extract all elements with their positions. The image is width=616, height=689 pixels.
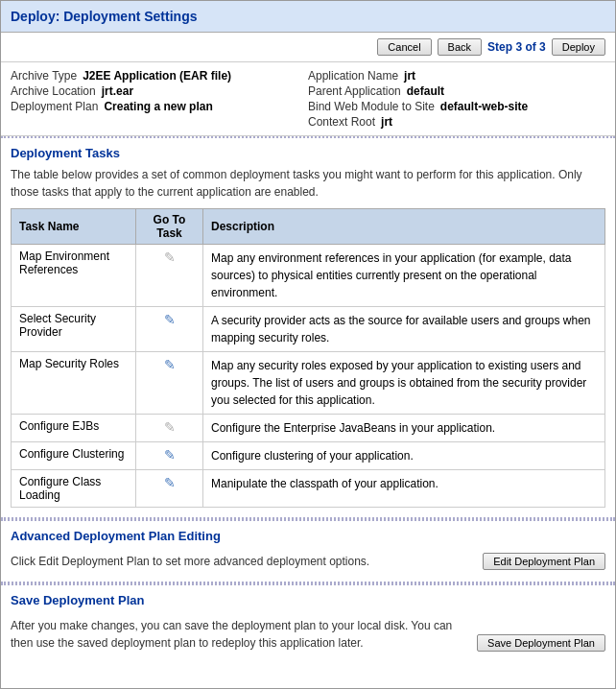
save-deployment-plan-button[interactable]: Save Deployment Plan xyxy=(477,634,605,652)
context-root-value: jrt xyxy=(381,115,392,129)
task-name-cell: Configure Class Loading xyxy=(12,470,136,508)
context-root-row: Context Root jrt xyxy=(308,114,605,130)
deployment-tasks-desc: The table below provides a set of common… xyxy=(1,164,615,208)
task-name-cell: Configure EJBs xyxy=(12,415,136,442)
pencil-icon[interactable]: ✎ xyxy=(164,475,176,490)
table-row: Configure Clustering✎Configure clusterin… xyxy=(12,442,605,470)
page-title: Deploy: Deployment Settings xyxy=(11,9,197,24)
archive-type-value: J2EE Application (EAR file) xyxy=(83,69,231,83)
parent-app-row: Parent Application default xyxy=(308,83,605,99)
app-name-row: Application Name jrt xyxy=(308,68,605,83)
advanced-title: Advanced Deployment Plan Editing xyxy=(1,519,615,547)
description-cell: Configure clustering of your application… xyxy=(203,442,605,470)
go-to-task-cell[interactable]: ✎ xyxy=(136,245,203,307)
table-row: Map Security Roles✎Map any security role… xyxy=(12,352,605,415)
advanced-inner: Click Edit Deployment Plan to set more a… xyxy=(1,547,615,576)
archive-type-row: Archive Type J2EE Application (EAR file) xyxy=(11,68,308,83)
archive-location-label: Archive Location xyxy=(11,84,96,98)
archive-location-row: Archive Location jrt.ear xyxy=(11,83,308,99)
archive-location-value: jrt.ear xyxy=(102,84,133,98)
go-to-task-cell[interactable]: ✎ xyxy=(136,470,203,508)
archive-type-label: Archive Type xyxy=(11,69,77,83)
pencil-icon[interactable]: ✎ xyxy=(164,312,176,327)
go-to-task-cell[interactable]: ✎ xyxy=(136,352,203,415)
save-title: Save Deployment Plan xyxy=(1,583,615,611)
parent-app-label: Parent Application xyxy=(308,84,401,98)
table-row: Select Security Provider✎A security prov… xyxy=(12,307,605,352)
info-right: Application Name jrt Parent Application … xyxy=(308,68,605,130)
task-name-cell: Map Environment References xyxy=(12,245,136,307)
task-name-cell: Select Security Provider xyxy=(12,307,136,352)
task-name-cell: Configure Clustering xyxy=(12,442,136,470)
save-inner: After you make changes, you can save the… xyxy=(1,611,615,657)
deployment-plan-value: Creating a new plan xyxy=(104,100,212,113)
deploy-button[interactable]: Deploy xyxy=(552,38,605,56)
step-indicator: Step 3 of 3 xyxy=(487,40,546,54)
top-bar: Cancel Back Step 3 of 3 Deploy xyxy=(1,33,615,62)
app-name-value: jrt xyxy=(404,69,415,83)
bind-web-row: Bind Web Module to Site default-web-site xyxy=(308,99,605,114)
table-row: Map Environment References✎Map any envir… xyxy=(12,245,605,307)
info-grid: Archive Type J2EE Application (EAR file)… xyxy=(1,62,615,136)
deployment-plan-label: Deployment Plan xyxy=(11,100,98,113)
edit-deployment-plan-button[interactable]: Edit Deployment Plan xyxy=(483,553,605,570)
cancel-button[interactable]: Cancel xyxy=(377,38,431,56)
description-cell: Manipulate the classpath of your applica… xyxy=(203,470,605,508)
back-button[interactable]: Back xyxy=(438,38,482,56)
parent-app-value: default xyxy=(407,84,444,98)
pencil-icon[interactable]: ✎ xyxy=(164,447,176,463)
bind-web-label: Bind Web Module to Site xyxy=(308,100,435,113)
save-section: Save Deployment Plan After you make chan… xyxy=(1,582,615,657)
go-to-task-cell[interactable]: ✎ xyxy=(136,415,203,442)
description-cell: Map any security roles exposed by your a… xyxy=(203,352,605,415)
task-name-cell: Map Security Roles xyxy=(12,352,136,415)
pencil-icon: ✎ xyxy=(164,249,176,265)
col-task-name: Task Name xyxy=(12,209,136,245)
table-row: Configure Class Loading✎Manipulate the c… xyxy=(12,470,605,508)
go-to-task-cell[interactable]: ✎ xyxy=(136,307,203,352)
description-cell: Configure the Enterprise JavaBeans in yo… xyxy=(203,415,605,442)
context-root-label: Context Root xyxy=(308,115,375,129)
table-row: Configure EJBs✎Configure the Enterprise … xyxy=(12,415,605,442)
go-to-task-cell[interactable]: ✎ xyxy=(136,442,203,470)
app-name-label: Application Name xyxy=(308,69,398,83)
bind-web-value: default-web-site xyxy=(440,100,528,113)
col-description: Description xyxy=(203,209,605,245)
col-go-to-task: Go To Task xyxy=(136,209,203,245)
pencil-icon[interactable]: ✎ xyxy=(164,357,176,372)
advanced-desc: Click Edit Deployment Plan to set more a… xyxy=(11,555,483,568)
deployment-plan-row: Deployment Plan Creating a new plan xyxy=(11,99,308,114)
pencil-icon: ✎ xyxy=(164,419,176,435)
description-cell: Map any environment references in your a… xyxy=(203,245,605,307)
advanced-section: Advanced Deployment Plan Editing Click E… xyxy=(1,517,615,576)
description-cell: A security provider acts as the source f… xyxy=(203,307,605,352)
deployment-tasks-title: Deployment Tasks xyxy=(1,136,615,164)
info-left: Archive Type J2EE Application (EAR file)… xyxy=(11,68,308,130)
tasks-table: Task Name Go To Task Description Map Env… xyxy=(11,208,605,508)
save-desc: After you make changes, you can save the… xyxy=(11,617,477,652)
